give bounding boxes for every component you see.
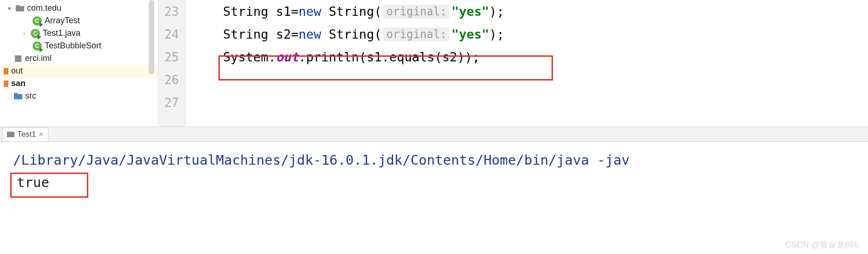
field-ref: out <box>276 50 299 64</box>
watermark: CSDN @黄金龙666 <box>785 239 859 250</box>
code-line-27[interactable] <box>204 91 868 114</box>
module-icon <box>4 80 8 87</box>
close-icon[interactable]: × <box>39 130 43 139</box>
tree-san-folder[interactable]: san <box>0 77 158 90</box>
code-text: ); <box>489 27 505 41</box>
folder-icon <box>14 93 22 100</box>
code-text: .println(s1.equals(s2)); <box>299 50 480 64</box>
code-editor[interactable]: String s1=new String(original: "yes"); S… <box>186 0 868 127</box>
editor-gutter: 23 24 25 26 27 <box>158 0 186 127</box>
run-tab-bar: Test1 × <box>0 127 868 142</box>
terminal-icon <box>7 132 14 137</box>
line-number[interactable]: 24 <box>158 23 185 46</box>
tree-scrollbar[interactable] <box>149 0 154 74</box>
run-tab-label: Test1 <box>17 130 36 139</box>
tree-package[interactable]: ▾ com.tedu <box>0 2 158 14</box>
code-text: System. <box>223 50 276 64</box>
class-icon: C <box>33 41 42 51</box>
keyword: new <box>299 27 322 41</box>
class-icon: C <box>31 29 40 38</box>
param-hint: original: <box>383 5 449 19</box>
tree-iml[interactable]: erci.iml <box>0 52 158 65</box>
line-number[interactable]: 27 <box>158 91 185 114</box>
code-text: ); <box>489 4 505 19</box>
code-text: String( <box>321 27 381 41</box>
console-result: true <box>13 171 53 194</box>
tree-label: ArrayTest <box>45 16 80 26</box>
line-number[interactable]: 26 <box>158 68 185 91</box>
module-icon <box>4 68 8 74</box>
line-number[interactable]: 23 <box>158 0 185 23</box>
tree-label: TestBubbleSort <box>45 41 101 51</box>
tree-class-arraytest[interactable]: C ArrayTest <box>0 14 158 27</box>
console-output[interactable]: /Library/Java/JavaVirtualMachines/jdk-16… <box>0 142 868 235</box>
class-icon: C <box>33 16 42 26</box>
tree-label: erci.iml <box>25 53 52 63</box>
code-line-25[interactable]: System.out.println(s1.equals(s2)); <box>204 46 868 68</box>
tree-label: san <box>11 79 26 88</box>
tree-label: com.tedu <box>27 3 61 13</box>
code-text: String s1= <box>223 4 299 19</box>
string-literal: "yes" <box>451 27 489 41</box>
code-line-24[interactable]: String s2=new String(original: "yes"); <box>204 23 868 46</box>
project-tree[interactable]: ▾ com.tedu C ArrayTest › C Test1.java C … <box>0 0 158 127</box>
folder-icon <box>16 5 24 12</box>
code-line-26[interactable] <box>204 68 868 91</box>
iml-icon <box>14 54 22 63</box>
line-number[interactable]: 25 <box>158 46 185 68</box>
code-line-23[interactable]: String s1=new String(original: "yes"); <box>204 0 868 23</box>
keyword: new <box>299 4 322 19</box>
code-text: String( <box>321 4 381 19</box>
param-hint: original: <box>383 27 449 41</box>
console-command: /Library/Java/JavaVirtualMachines/jdk-16… <box>13 149 855 171</box>
top-section: ▾ com.tedu C ArrayTest › C Test1.java C … <box>0 0 868 127</box>
chevron-down-icon[interactable]: ▾ <box>6 5 13 12</box>
tree-src-folder[interactable]: src <box>0 90 158 102</box>
run-tab[interactable]: Test1 × <box>2 127 48 141</box>
tree-class-test1[interactable]: › C Test1.java <box>0 27 158 40</box>
tree-label: out <box>11 66 23 76</box>
tree-label: src <box>25 91 36 101</box>
string-literal: "yes" <box>451 4 489 19</box>
tree-class-bubblesort[interactable]: C TestBubbleSort <box>0 40 158 52</box>
code-text: String s2= <box>223 27 299 41</box>
tree-label: Test1.java <box>43 28 80 38</box>
tree-out-folder[interactable]: out <box>0 65 158 77</box>
chevron-right-icon[interactable]: › <box>20 30 28 37</box>
